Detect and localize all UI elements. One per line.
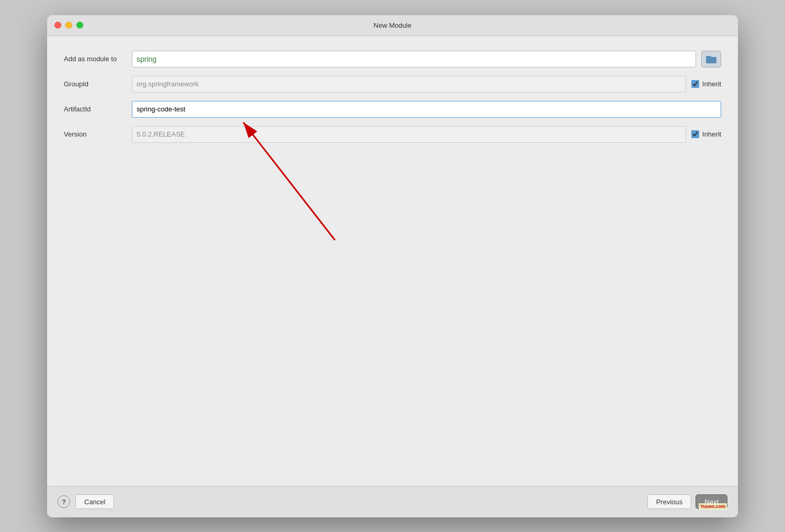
cancel-button[interactable]: Cancel xyxy=(75,494,114,509)
group-id-input-wrapper: Inherit xyxy=(132,76,721,93)
bottom-bar: ? Cancel Previous Next Yuuen.com xyxy=(47,486,738,517)
close-button[interactable] xyxy=(54,22,61,29)
version-inherit-checkbox[interactable] xyxy=(691,130,699,138)
artifact-id-input-wrapper xyxy=(132,101,721,118)
folder-icon xyxy=(706,55,716,63)
version-row: Version Inherit xyxy=(64,126,721,143)
new-module-dialog: New Module Add as module to GroupId Inhe… xyxy=(47,15,738,517)
group-id-input[interactable] xyxy=(132,76,686,93)
group-id-label: GroupId xyxy=(64,80,132,88)
add-module-label: Add as module to xyxy=(64,55,132,63)
version-input-wrapper: Inherit xyxy=(132,126,721,143)
previous-button[interactable]: Previous xyxy=(647,494,692,509)
minimize-button[interactable] xyxy=(65,22,72,29)
add-module-row: Add as module to xyxy=(64,51,721,67)
folder-button[interactable] xyxy=(701,51,721,67)
version-inherit-wrapper: Inherit xyxy=(691,130,721,138)
artifact-id-label: ArtifactId xyxy=(64,105,132,113)
window-controls xyxy=(54,22,83,29)
version-input[interactable] xyxy=(132,126,686,143)
dialog-content: Add as module to GroupId Inherit Artifac… xyxy=(47,36,738,486)
titlebar: New Module xyxy=(47,15,738,36)
add-module-input-wrapper xyxy=(132,51,721,67)
group-id-inherit-wrapper: Inherit xyxy=(691,80,721,88)
version-label: Version xyxy=(64,130,132,138)
bottom-left: ? Cancel xyxy=(58,494,114,509)
artifact-id-input[interactable] xyxy=(132,101,721,118)
group-id-inherit-label: Inherit xyxy=(702,80,721,88)
maximize-button[interactable] xyxy=(76,22,83,29)
help-button[interactable]: ? xyxy=(58,495,70,508)
dialog-title: New Module xyxy=(374,21,411,29)
next-button[interactable]: Next Yuuen.com xyxy=(696,494,727,509)
add-module-input[interactable] xyxy=(132,51,696,67)
version-inherit-label: Inherit xyxy=(702,130,721,138)
artifact-id-row: ArtifactId xyxy=(64,101,721,118)
group-id-inherit-checkbox[interactable] xyxy=(691,80,699,88)
bottom-right: Previous Next Yuuen.com xyxy=(647,494,727,509)
group-id-row: GroupId Inherit xyxy=(64,76,721,93)
